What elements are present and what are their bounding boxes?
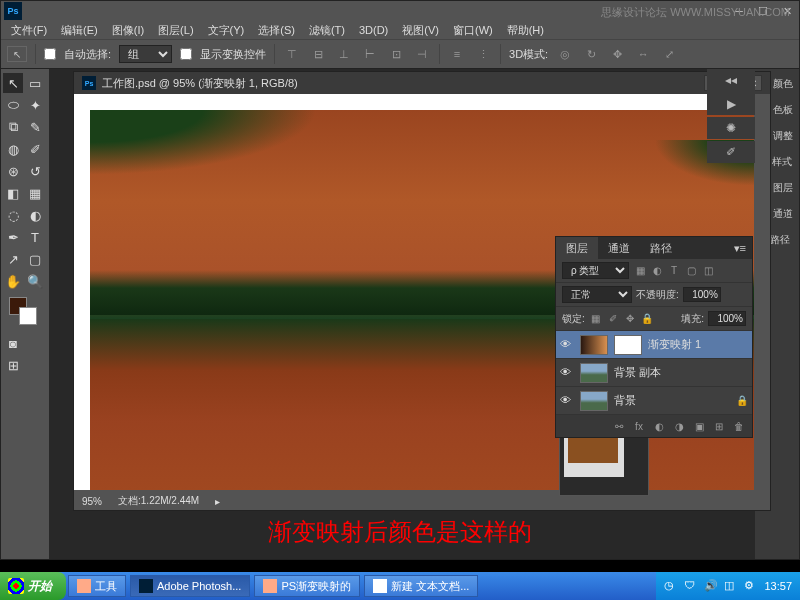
menu-file[interactable]: 文件(F) (5, 21, 53, 40)
3d-scale-icon[interactable]: ⤢ (660, 45, 678, 63)
filter-adjust-icon[interactable]: ◐ (650, 264, 664, 278)
filter-type-icon[interactable]: T (667, 264, 681, 278)
zoom-level[interactable]: 95% (82, 496, 102, 507)
layer-item[interactable]: 👁 渐变映射 1 (556, 331, 752, 359)
menu-3d[interactable]: 3D(D) (353, 22, 394, 38)
3d-roll-icon[interactable]: ↻ (582, 45, 600, 63)
tray-icon[interactable]: 🔊 (704, 579, 718, 593)
align-bottom-icon[interactable]: ⊥ (335, 45, 353, 63)
lock-all-icon[interactable]: 🔒 (640, 312, 654, 326)
align-right-icon[interactable]: ⊣ (413, 45, 431, 63)
taskbar-item[interactable]: PS渐变映射的 (254, 575, 360, 597)
quickmask-tool[interactable]: ◙ (3, 333, 23, 353)
align-left-icon[interactable]: ⊢ (361, 45, 379, 63)
gradient-tool[interactable]: ▦ (25, 183, 45, 203)
eraser-tool[interactable]: ◧ (3, 183, 23, 203)
menu-window[interactable]: 窗口(W) (447, 21, 499, 40)
tab-paths[interactable]: 路径 (640, 237, 682, 260)
clock[interactable]: 13:57 (764, 580, 792, 592)
path-tool[interactable]: ↗ (3, 249, 23, 269)
3d-pan-icon[interactable]: ✥ (608, 45, 626, 63)
group-icon[interactable]: ▣ (692, 419, 706, 433)
lock-transparent-icon[interactable]: ▦ (589, 312, 603, 326)
dodge-tool[interactable]: ◐ (25, 205, 45, 225)
blend-mode-dropdown[interactable]: 正常 (562, 286, 632, 303)
kind-filter-dropdown[interactable]: ρ 类型 (562, 262, 629, 279)
layer-item[interactable]: 👁 背景 副本 (556, 359, 752, 387)
fill-input[interactable] (708, 311, 746, 326)
adjustment-icon[interactable]: ◑ (672, 419, 686, 433)
link-icon[interactable]: ⚯ (612, 419, 626, 433)
opacity-input[interactable] (683, 287, 721, 302)
adjustment-thumb[interactable] (580, 335, 608, 355)
marquee-tool[interactable]: ▭ (25, 73, 45, 93)
tray-icon[interactable]: ⚙ (744, 579, 758, 593)
shape-tool[interactable]: ▢ (25, 249, 45, 269)
visibility-icon[interactable]: 👁 (560, 366, 574, 380)
taskbar-item[interactable]: Adobe Photosh... (130, 575, 250, 597)
move-tool-icon[interactable]: ↖ (7, 46, 27, 62)
tray-icon[interactable]: ◷ (664, 579, 678, 593)
eyedropper-tool[interactable]: ✎ (25, 117, 45, 137)
tray-icon[interactable]: 🛡 (684, 579, 698, 593)
fx-icon[interactable]: fx (632, 419, 646, 433)
hand-tool[interactable]: ✋ (3, 271, 23, 291)
brush-tool[interactable]: ✐ (25, 139, 45, 159)
blur-tool[interactable]: ◌ (3, 205, 23, 225)
taskbar-item[interactable]: 工具 (68, 575, 126, 597)
align-center-icon[interactable]: ⊡ (387, 45, 405, 63)
play-icon[interactable]: ▶ (707, 93, 755, 115)
lock-position-icon[interactable]: ✥ (623, 312, 637, 326)
crop-tool[interactable]: ⧉ (3, 117, 23, 137)
type-tool[interactable]: T (25, 227, 45, 247)
menu-help[interactable]: 帮助(H) (501, 21, 550, 40)
mask-icon[interactable]: ◐ (652, 419, 666, 433)
visibility-icon[interactable]: 👁 (560, 338, 574, 352)
collapse-icon[interactable]: ◂◂ (707, 69, 755, 91)
layer-thumb[interactable] (580, 391, 608, 411)
background-color[interactable] (19, 307, 37, 325)
menu-edit[interactable]: 编辑(E) (55, 21, 104, 40)
menu-image[interactable]: 图像(I) (106, 21, 150, 40)
visibility-icon[interactable]: 👁 (560, 394, 574, 408)
menu-type[interactable]: 文字(Y) (202, 21, 251, 40)
auto-select-dropdown[interactable]: 组 (119, 45, 172, 63)
history-brush-tool[interactable]: ↺ (25, 161, 45, 181)
3d-slide-icon[interactable]: ↔ (634, 45, 652, 63)
gear-icon[interactable]: ✺ (707, 117, 755, 139)
new-layer-icon[interactable]: ⊞ (712, 419, 726, 433)
stamp-tool[interactable]: ⊛ (3, 161, 23, 181)
pen-tool[interactable]: ✒ (3, 227, 23, 247)
filter-shape-icon[interactable]: ▢ (684, 264, 698, 278)
healing-tool[interactable]: ◍ (3, 139, 23, 159)
menu-filter[interactable]: 滤镜(T) (303, 21, 351, 40)
move-tool[interactable]: ↖ (3, 73, 23, 93)
lock-pixels-icon[interactable]: ✐ (606, 312, 620, 326)
layer-thumb[interactable] (580, 363, 608, 383)
distribute-icon[interactable]: ≡ (448, 45, 466, 63)
menu-layer[interactable]: 图层(L) (152, 21, 199, 40)
tray-icon[interactable]: ◫ (724, 579, 738, 593)
layer-item[interactable]: 👁 背景 🔒 (556, 387, 752, 415)
align-middle-icon[interactable]: ⊟ (309, 45, 327, 63)
document-tab[interactable]: Ps 工作图.psd @ 95% (渐变映射 1, RGB/8) ─ ☐ ✕ (74, 72, 770, 94)
menu-select[interactable]: 选择(S) (252, 21, 301, 40)
filter-pixel-icon[interactable]: ▦ (633, 264, 647, 278)
panel-menu-icon[interactable]: ▾≡ (728, 242, 752, 255)
lasso-tool[interactable]: ⬭ (3, 95, 23, 115)
3d-orbit-icon[interactable]: ◎ (556, 45, 574, 63)
status-arrow-icon[interactable]: ▸ (215, 496, 220, 507)
menu-view[interactable]: 视图(V) (396, 21, 445, 40)
tab-channels[interactable]: 通道 (598, 237, 640, 260)
brush-icon[interactable]: ✐ (707, 141, 755, 163)
distribute-icon[interactable]: ⋮ (474, 45, 492, 63)
start-button[interactable]: 开始 (0, 572, 66, 600)
filter-smart-icon[interactable]: ◫ (701, 264, 715, 278)
zoom-tool[interactable]: 🔍 (25, 271, 45, 291)
tab-layers[interactable]: 图层 (556, 237, 598, 260)
auto-select-checkbox[interactable] (44, 48, 56, 60)
mask-thumb[interactable] (614, 335, 642, 355)
taskbar-item[interactable]: 新建 文本文档... (364, 575, 478, 597)
trash-icon[interactable]: 🗑 (732, 419, 746, 433)
wand-tool[interactable]: ✦ (25, 95, 45, 115)
